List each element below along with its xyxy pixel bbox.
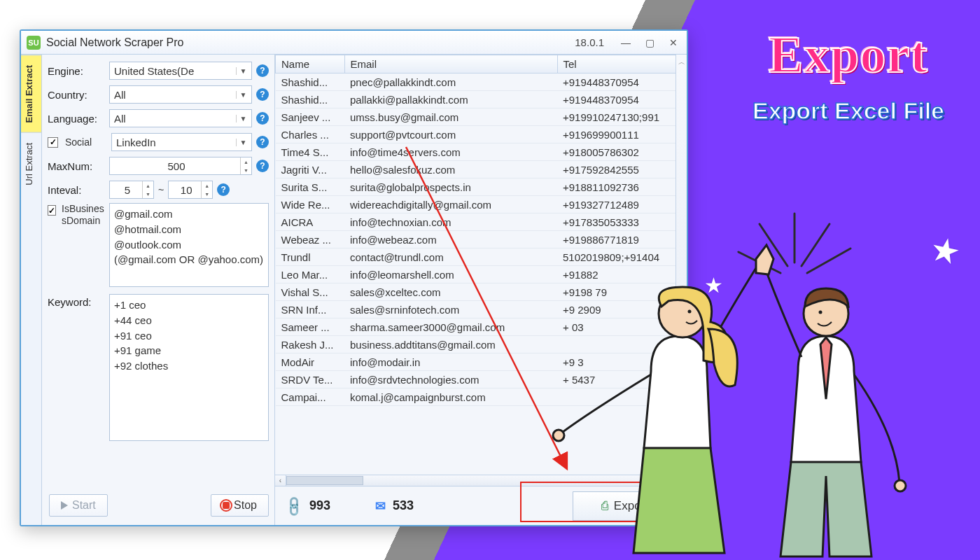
cell-tel: +919699900111 <box>557 126 687 144</box>
social-value: LinkedIn <box>116 136 156 148</box>
cell-name: Charles ... <box>276 126 345 144</box>
table-row[interactable]: Jagriti V...hello@salesfokuz.com+9175928… <box>276 161 687 178</box>
email-count: ✉ 533 <box>375 498 414 514</box>
country-select[interactable]: All ▼ <box>109 85 252 104</box>
close-button[interactable]: ✕ <box>664 36 682 49</box>
social-select[interactable]: LinkedIn ▼ <box>111 133 252 151</box>
mail-icon: ✉ <box>375 498 386 514</box>
cell-name: Rakesh J... <box>276 336 345 354</box>
svg-point-9 <box>895 480 906 491</box>
engine-label: Engine: <box>48 65 105 77</box>
titlebar[interactable]: SU Social Network Scraper Pro 18.0.1 — ▢… <box>21 31 687 55</box>
cell-name: Surita S... <box>276 178 345 196</box>
link-count: 🔗 993 <box>285 498 330 514</box>
cell-email: info@technoxian.com <box>344 214 557 231</box>
cell-email: sales@xceltec.com <box>344 284 557 301</box>
engine-value: United States(De <box>114 65 194 77</box>
promo-subtitle: Export Excel File <box>736 97 960 125</box>
promo-title: Export <box>736 25 960 85</box>
interval-from-input[interactable]: 5 ▲▼ <box>109 181 154 199</box>
social-label: Social <box>65 136 107 148</box>
table-row[interactable]: Shashid...pnec@pallakkindt.com+919448370… <box>276 74 687 91</box>
cell-tel: +917592842555 <box>557 161 687 178</box>
stop-button[interactable]: Stop <box>211 494 269 517</box>
interval-label: Inteval: <box>48 184 105 196</box>
maximize-button[interactable]: ▢ <box>640 36 659 49</box>
bizdomain-textarea[interactable]: @gmail.com @hotmail.com @outlook.com (@g… <box>109 203 269 287</box>
maxnum-input[interactable]: 500 ▲▼ <box>109 157 252 175</box>
cell-tel: +919910247130;991 <box>557 108 687 126</box>
language-value: All <box>114 113 126 125</box>
play-icon <box>61 501 68 510</box>
cell-name: SRDV Te... <box>276 371 345 388</box>
help-icon[interactable]: ? <box>256 88 269 101</box>
interval-to-input[interactable]: 10 ▲▼ <box>168 181 213 199</box>
scroll-thumb[interactable] <box>286 476 363 485</box>
cell-email: info@time4servers.com <box>344 144 557 161</box>
minimize-button[interactable]: — <box>617 36 635 49</box>
cell-email: widereachdigitally@gmail.com <box>344 196 557 214</box>
table-row[interactable]: Charles ...support@pvtcourt.com+91969990… <box>276 126 687 144</box>
cell-email: info@modair.in <box>344 354 557 371</box>
cell-tel: +919448370954 <box>557 91 687 108</box>
language-label: Language: <box>48 113 105 125</box>
chevron-down-icon: ▼ <box>236 67 247 75</box>
help-icon[interactable]: ? <box>256 64 269 77</box>
help-icon[interactable]: ? <box>217 183 230 196</box>
svg-point-11 <box>819 311 822 314</box>
keyword-textarea[interactable]: +1 ceo +44 ceo +91 ceo +91 game +92 clot… <box>109 294 269 441</box>
start-button[interactable]: Start <box>49 494 108 517</box>
cell-name: Wide Re... <box>276 196 345 214</box>
illustration-people <box>546 224 938 560</box>
spinner-icon[interactable]: ▲▼ <box>240 158 251 174</box>
table-row[interactable]: Sanjeev ...umss.busy@gmail.com+919910247… <box>276 108 687 126</box>
cell-email: business.addtitans@gmail.com <box>344 336 557 354</box>
bizdomain-checkbox[interactable] <box>48 205 56 216</box>
cell-name: Shashid... <box>276 74 345 91</box>
spinner-icon[interactable]: ▲▼ <box>142 181 153 198</box>
table-row[interactable]: Shashid...pallakki@pallakkindt.com+91944… <box>276 91 687 108</box>
cell-name: Campai... <box>276 388 345 406</box>
app-version: 18.0.1 <box>575 36 604 48</box>
cell-name: AICRA <box>276 214 345 231</box>
cell-email: sales@srninfotech.com <box>344 301 557 318</box>
col-email[interactable]: Email <box>344 55 557 74</box>
help-icon[interactable]: ? <box>256 112 269 125</box>
cell-name: Trundl <box>276 248 345 266</box>
cell-name: ModAir <box>276 354 345 371</box>
cell-email: info@srdvtechnologies.com <box>344 371 557 388</box>
app-title: Social Network Scraper Pro <box>46 36 569 49</box>
country-value: All <box>114 89 126 101</box>
tab-url-extract[interactable]: Url Extract <box>21 132 41 195</box>
table-row[interactable]: Surita S...surita@globalprospects.in+918… <box>276 178 687 196</box>
cell-name: Sanjeev ... <box>276 108 345 126</box>
help-icon[interactable]: ? <box>256 160 269 172</box>
cell-email: pallakki@pallakkindt.com <box>344 91 557 108</box>
tab-email-extract[interactable]: Email Extract <box>21 55 41 132</box>
spinner-icon[interactable]: ▲▼ <box>201 181 212 198</box>
table-row[interactable]: Wide Re...widereachdigitally@gmail.com+9… <box>276 196 687 214</box>
help-icon[interactable]: ? <box>256 136 269 148</box>
social-checkbox[interactable] <box>48 137 58 148</box>
svg-point-8 <box>688 310 692 314</box>
language-select[interactable]: All ▼ <box>109 109 252 127</box>
engine-select[interactable]: United States(De ▼ <box>109 62 252 80</box>
svg-point-6 <box>553 430 564 441</box>
cell-email: sharma.sameer3000@gmail.com <box>344 318 557 336</box>
cell-email: komal.j@campaignburst.com <box>344 388 557 406</box>
cell-email: umss.busy@gmail.com <box>344 108 557 126</box>
cell-name: Jagriti V... <box>276 161 345 178</box>
bizdomain-label: IsBusinessDomain <box>62 203 105 227</box>
cell-email: info@leomarshell.com <box>344 266 557 284</box>
cell-tel: +918005786302 <box>557 144 687 161</box>
col-name[interactable]: Name <box>276 55 345 74</box>
cell-email: surita@globalprospects.in <box>344 178 557 196</box>
col-tel[interactable]: Tel <box>557 55 687 74</box>
link-icon: 🔗 <box>281 493 306 518</box>
scroll-left-icon[interactable]: ‹ <box>275 475 286 486</box>
side-tabs: Email Extract Url Extract <box>21 55 42 525</box>
app-icon: SU <box>27 36 41 50</box>
chevron-down-icon: ▼ <box>236 91 247 99</box>
table-row[interactable]: Time4 S...info@time4servers.com+91800578… <box>276 144 687 161</box>
cell-email: info@webeaz.com <box>344 231 557 248</box>
